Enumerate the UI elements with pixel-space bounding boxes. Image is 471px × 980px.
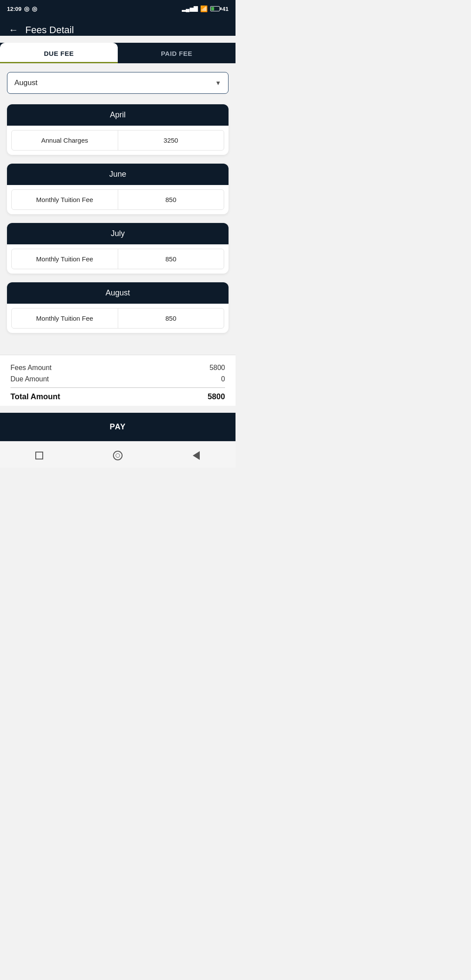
- status-left: 12:09 ◎ ◎: [7, 5, 37, 12]
- july-fee-value-0: 850: [118, 249, 224, 269]
- battery-level: 41: [222, 6, 229, 12]
- total-divider: [10, 387, 225, 388]
- july-header: July: [7, 223, 229, 244]
- summary-section: Fees Amount 5800 Due Amount 0 Total Amou…: [0, 355, 236, 406]
- august-card: August Monthly Tuition Fee 850: [7, 282, 229, 333]
- status-bar: 12:09 ◎ ◎ ▂▄▅▇ 📶 41: [0, 0, 236, 17]
- due-amount-row: Due Amount 0: [10, 375, 225, 383]
- tab-due-fee[interactable]: DUE FEE: [0, 43, 118, 63]
- pay-button[interactable]: PAY: [0, 413, 236, 441]
- header: ← Fees Detail: [0, 17, 236, 36]
- june-card: June Monthly Tuition Fee 850: [7, 164, 229, 214]
- april-fee-value-0: 3250: [118, 130, 224, 150]
- august-fee-value-0: 850: [118, 308, 224, 328]
- chevron-down-icon: ▼: [215, 79, 221, 86]
- april-fee-row-0: Annual Charges 3250: [11, 130, 224, 151]
- total-amount-label: Total Amount: [10, 392, 60, 401]
- august-fee-row-0: Monthly Tuition Fee 850: [11, 308, 224, 329]
- april-card: April Annual Charges 3250: [7, 104, 229, 155]
- june-fee-label-0: Monthly Tuition Fee: [12, 190, 118, 209]
- total-amount-value: 5800: [208, 392, 225, 401]
- battery-icon: [210, 6, 220, 11]
- back-button[interactable]: ←: [9, 24, 18, 36]
- august-header: August: [7, 282, 229, 304]
- circle-icon-1: ◎: [24, 5, 29, 12]
- nav-stop-button[interactable]: [31, 448, 47, 463]
- april-header: April: [7, 104, 229, 126]
- due-amount-label: Due Amount: [10, 375, 49, 383]
- august-fee-label-0: Monthly Tuition Fee: [12, 308, 118, 328]
- signal-icon: ▂▄▅▇: [182, 6, 198, 12]
- back-icon: [193, 451, 200, 460]
- home-icon: [113, 451, 123, 460]
- total-amount-row: Total Amount 5800: [10, 392, 225, 401]
- fees-amount-row: Fees Amount 5800: [10, 364, 225, 372]
- wifi-icon: 📶: [200, 5, 208, 12]
- due-amount-value: 0: [221, 375, 225, 383]
- tab-paid-fee[interactable]: PAID FEE: [118, 43, 236, 63]
- tabs-container: DUE FEE PAID FEE: [0, 43, 236, 63]
- page-title: Fees Detail: [25, 24, 74, 36]
- june-fee-value-0: 850: [118, 190, 224, 209]
- time-display: 12:09: [7, 6, 21, 12]
- bottom-nav: [0, 441, 236, 468]
- june-header: June: [7, 164, 229, 185]
- fees-amount-label: Fees Amount: [10, 364, 51, 372]
- content-area: August ▼ April Annual Charges 3250 June …: [0, 63, 236, 350]
- april-fee-label-0: Annual Charges: [12, 130, 118, 150]
- stop-icon: [35, 452, 43, 459]
- back-arrow-icon: ←: [9, 24, 18, 36]
- july-fee-row-0: Monthly Tuition Fee 850: [11, 249, 224, 269]
- july-fee-label-0: Monthly Tuition Fee: [12, 249, 118, 269]
- dropdown-selected-value: August: [14, 79, 38, 87]
- fees-amount-value: 5800: [209, 364, 225, 372]
- nav-home-button[interactable]: [110, 448, 126, 463]
- june-fee-row-0: Monthly Tuition Fee 850: [11, 189, 224, 210]
- status-right: ▂▄▅▇ 📶 41: [182, 5, 229, 12]
- nav-back-button[interactable]: [188, 448, 204, 463]
- circle-icon-2: ◎: [32, 5, 37, 12]
- month-dropdown[interactable]: August ▼: [7, 72, 229, 94]
- battery-fill: [211, 7, 214, 10]
- july-card: July Monthly Tuition Fee 850: [7, 223, 229, 274]
